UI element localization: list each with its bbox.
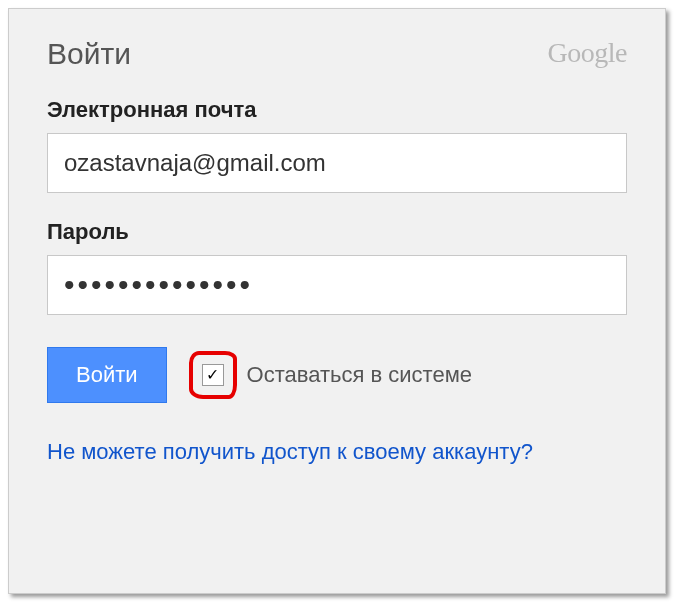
password-field[interactable] [47, 255, 627, 315]
brand-logo: Google [548, 37, 627, 69]
email-field[interactable] [47, 133, 627, 193]
stay-signed-in-checkbox[interactable]: ✓ [202, 364, 224, 386]
stay-signed-in-group: ✓ Оставаться в системе [191, 353, 472, 397]
dialog-title: Войти [47, 37, 131, 71]
signin-dialog: Войти Google Электронная почта Пароль Во… [8, 8, 666, 594]
action-row: Войти ✓ Оставаться в системе [47, 347, 627, 403]
account-recovery-link[interactable]: Не можете получить доступ к своему аккау… [47, 435, 533, 468]
stay-signed-in-label: Оставаться в системе [247, 362, 472, 388]
password-label: Пароль [47, 219, 627, 245]
email-label: Электронная почта [47, 97, 627, 123]
dialog-header: Войти Google [47, 37, 627, 71]
signin-button[interactable]: Войти [47, 347, 167, 403]
checkbox-annotation-highlight: ✓ [191, 353, 235, 397]
